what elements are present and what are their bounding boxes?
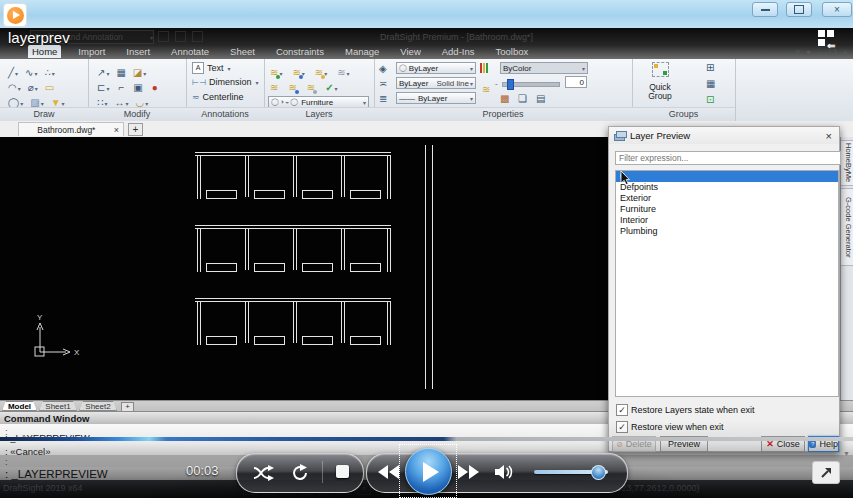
panel-label-annotations: Annotations bbox=[186, 107, 264, 121]
by-color-value: ByColor bbox=[503, 64, 581, 73]
player-logo-badge[interactable] bbox=[3, 3, 27, 27]
sheet-tab-label: Sheet1 bbox=[45, 402, 70, 411]
sheet-tab-label: Sheet2 bbox=[85, 402, 110, 411]
centerline-tool-button[interactable]: ≂ Centerline bbox=[192, 92, 244, 102]
line-weight-value: ByLayer bbox=[415, 94, 469, 103]
app-version-label: DraftSight 2019 x64 bbox=[3, 483, 83, 493]
new-file-icon bbox=[158, 31, 169, 42]
ucs-icon bbox=[35, 323, 70, 356]
ucs-x-label: X bbox=[74, 348, 80, 357]
dialog-title-bar[interactable]: Layer Preview × bbox=[609, 127, 839, 144]
quick-group-button[interactable]: Quick Group bbox=[642, 62, 678, 106]
ribbon-tab-annotate[interactable]: Annotate bbox=[167, 45, 213, 58]
shuffle-button[interactable] bbox=[252, 464, 278, 482]
group-edit-icon[interactable]: ⊞ bbox=[706, 62, 714, 74]
video-player-stage: × Drafting and Annotation ▾ layerprev Dr… bbox=[0, 0, 853, 498]
layer-list-item-selected[interactable]: 0 bbox=[616, 171, 838, 182]
by-color-select[interactable]: ByColor ▾ bbox=[500, 62, 588, 74]
volume-icon[interactable] bbox=[494, 463, 516, 481]
maximize-icon bbox=[794, 5, 804, 14]
quick-access-toolbar[interactable] bbox=[158, 31, 228, 41]
layer-preview-dialog: Layer Preview × 0 Defpoints Exterior Fur… bbox=[608, 126, 840, 452]
line-style-preview: Solid line bbox=[437, 79, 469, 88]
ribbon-tab-sheet[interactable]: Sheet bbox=[226, 45, 259, 58]
line-color-select[interactable]: ◯ ByLayer ▾ bbox=[396, 62, 476, 74]
entity-grid-icon: ▩ bbox=[500, 93, 509, 105]
group-ungroup-icon[interactable]: ▦ bbox=[706, 78, 715, 90]
layer-list-item[interactable]: Plumbing bbox=[616, 226, 838, 237]
layer-merge-button[interactable]: ≋ bbox=[307, 77, 315, 95]
play-icon bbox=[423, 462, 439, 482]
transparency-slider-knob[interactable] bbox=[507, 79, 514, 90]
layer-off-button[interactable]: ≋ bbox=[270, 77, 278, 95]
layer-states-button[interactable]: ≋▾ bbox=[337, 62, 349, 80]
transparency-value-box[interactable]: 0 bbox=[565, 76, 587, 88]
layer-list-item[interactable]: Exterior bbox=[616, 193, 838, 204]
dimension-label: Dimension bbox=[209, 77, 252, 87]
command-prompt-input[interactable]: : _LAYERPREVIEW bbox=[5, 468, 108, 480]
ribbon-panel-layers: ≋▾ ≋▾ ≋▾ ≋▾ ≋ ≋ ≋ ✓▾ ◯◑◒◯ Furniture ▾ La… bbox=[264, 59, 375, 121]
ribbon-panel-properties: ◈ ≍ ≣ ◯ ByLayer ▾ ByColor ▾ ByLayer Soli… bbox=[374, 59, 633, 121]
rotate-tool-button[interactable]: ● bbox=[152, 77, 158, 95]
repeat-button[interactable] bbox=[291, 463, 311, 482]
line-weight-select[interactable]: —— ByLayer ▾ bbox=[396, 92, 476, 104]
transparency-slider-track[interactable] bbox=[502, 82, 560, 87]
ribbon-mini-controls[interactable]: ?▾‒❑× bbox=[795, 48, 848, 57]
text-icon: A bbox=[192, 62, 204, 74]
window-maximize-button[interactable] bbox=[786, 2, 812, 17]
controls-divider bbox=[322, 461, 323, 483]
ribbon-tab-addins[interactable]: Add-Ins bbox=[438, 45, 479, 58]
panel-label-groups: Groups bbox=[632, 107, 735, 121]
chevron-down-icon: ▾ bbox=[363, 99, 366, 106]
filter-expression-input[interactable] bbox=[615, 151, 841, 165]
layer-list-item[interactable]: Interior bbox=[616, 215, 838, 226]
ribbon-tab-manage[interactable]: Manage bbox=[341, 45, 383, 58]
ribbon-tab-toolbox[interactable]: Toolbox bbox=[492, 45, 533, 58]
ribbon-tab-view[interactable]: View bbox=[396, 45, 424, 58]
volume-slider-knob[interactable] bbox=[591, 465, 606, 480]
grid-icon bbox=[818, 39, 825, 46]
volume-slider-track[interactable] bbox=[534, 470, 608, 474]
sheet-tab-sheet2[interactable]: Sheet2 bbox=[79, 401, 117, 411]
window-close-button[interactable]: × bbox=[822, 2, 852, 17]
sheet-tab-model[interactable]: Model bbox=[2, 401, 37, 411]
sheet-tab-sheet1[interactable]: Sheet1 bbox=[39, 401, 77, 411]
window-minimize-button[interactable] bbox=[752, 2, 778, 17]
ribbon-tab-import[interactable]: Import bbox=[74, 45, 109, 58]
layer-activate-button[interactable]: ✓▾ bbox=[325, 77, 337, 95]
close-icon[interactable]: × bbox=[114, 125, 123, 135]
restore-view-checkbox[interactable]: ✓ bbox=[616, 421, 628, 433]
document-tab-label: Bathroom.dwg* bbox=[19, 125, 114, 135]
layer-list-item[interactable]: Furniture bbox=[616, 204, 838, 215]
close-icon[interactable]: × bbox=[826, 130, 832, 142]
chevron-down-icon: ▾ bbox=[470, 65, 473, 72]
ribbon-tab-constraints[interactable]: Constraints bbox=[272, 45, 328, 58]
ribbon-tab-bar: Home Import Insert Annotate Sheet Constr… bbox=[28, 45, 532, 58]
fullscreen-button[interactable] bbox=[812, 461, 840, 484]
group-manager-icon[interactable]: ⊡ bbox=[706, 94, 714, 106]
layer-list-item[interactable]: Defpoints bbox=[616, 182, 838, 193]
check-icon: ✓ bbox=[618, 405, 626, 415]
dimension-tool-button[interactable]: ⊢⊣ Dimension▾ bbox=[192, 77, 258, 87]
new-document-tab-button[interactable]: + bbox=[128, 123, 143, 136]
restore-layers-checkbox[interactable]: ✓ bbox=[616, 404, 628, 416]
fast-forward-button[interactable] bbox=[458, 465, 481, 480]
ribbon-tab-insert[interactable]: Insert bbox=[122, 45, 154, 58]
rotate-point-icon: ● bbox=[152, 82, 158, 93]
side-tab-gcode[interactable]: G-code Generator bbox=[841, 188, 853, 266]
ribbon-tab-home[interactable]: Home bbox=[28, 45, 61, 58]
layer-isolate-button[interactable]: ≋ bbox=[288, 77, 296, 95]
layer-list[interactable]: 0 Defpoints Exterior Furniture Interior … bbox=[615, 170, 839, 397]
app-title: DraftSight Premium - [Bathroom.dwg*] bbox=[380, 32, 533, 42]
document-tab[interactable]: Bathroom.dwg* × bbox=[18, 122, 124, 136]
text-tool-button[interactable]: A Text▾ bbox=[192, 62, 231, 74]
app-title-bar: Drafting and Annotation ▾ layerprev Draf… bbox=[0, 28, 853, 59]
side-tab-homebyme[interactable]: HomeByMe bbox=[841, 140, 853, 186]
line-color-value: ByLayer bbox=[407, 64, 469, 73]
ribbon-panel-modify: ↗▾ ▦ ◪▾ ⊏▾ ⌐ ▣ ● ∷▾ ↔▾ ◡▾ Modify bbox=[88, 59, 187, 121]
video-seek-bar[interactable] bbox=[0, 437, 853, 441]
rewind-button[interactable] bbox=[378, 465, 401, 480]
play-button[interactable] bbox=[405, 448, 452, 495]
line-style-select[interactable]: ByLayer Solid line ▾ bbox=[396, 77, 476, 89]
stop-button[interactable] bbox=[336, 465, 349, 478]
